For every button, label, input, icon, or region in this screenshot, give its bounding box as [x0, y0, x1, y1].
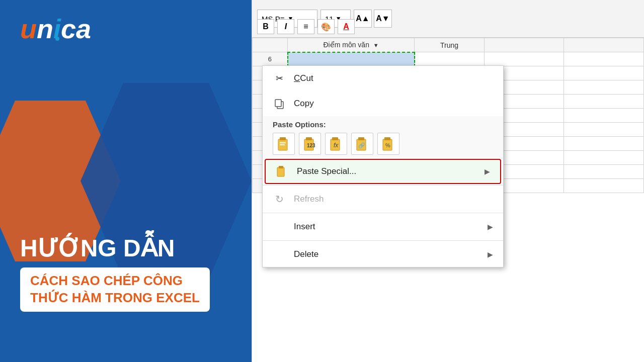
col-filter-arrow[interactable]: ▼	[373, 42, 379, 48]
paste-special-menu-item[interactable]: Paste Special... ▶	[265, 159, 501, 184]
excel-area: MS P≡ ▼ 11 ▼ A▲ A▼ B I ≡ 🎨 A	[252, 0, 644, 362]
excel-toolbar: MS P≡ ▼ 11 ▼ A▲ A▼ B I ≡ 🎨 A	[252, 0, 644, 38]
paste-special-label: Paste Special...	[297, 166, 356, 176]
paste-btn-normal[interactable]	[273, 133, 295, 155]
paste-icons-row: 123 fx 🔗	[273, 133, 493, 155]
title-sub-line1: CÁCH SAO CHÉP CÔNG	[30, 273, 200, 290]
cell-extra2[interactable]	[564, 109, 644, 123]
col-diem-mon-van-header[interactable]: Điểm môn văn ▼	[288, 38, 415, 52]
col-trung-header[interactable]: Trung	[415, 38, 485, 52]
svg-rect-19	[279, 166, 283, 168]
logo-i: i	[53, 14, 61, 44]
refresh-menu-item[interactable]: ↻ Refresh	[263, 187, 503, 212]
cut-icon: ✂	[273, 72, 286, 85]
paste-btn-percent[interactable]: %	[377, 133, 399, 155]
paste-btn-values[interactable]: 123	[299, 133, 321, 155]
logo-text: unica	[20, 15, 91, 42]
cell-extra2[interactable]	[564, 179, 644, 193]
insert-icon	[273, 220, 286, 233]
logo-u: u	[20, 14, 37, 44]
svg-rect-3	[280, 137, 286, 140]
fill-color-button[interactable]: 🎨	[317, 19, 335, 34]
paste-btn-formula[interactable]: fx	[325, 133, 347, 155]
col-extra2[interactable]	[564, 38, 644, 52]
svg-rect-16	[384, 137, 390, 140]
bold-button[interactable]: B	[257, 19, 274, 34]
row-num: 6	[253, 52, 288, 66]
cell-extra2[interactable]	[564, 95, 644, 109]
svg-text:123: 123	[307, 143, 315, 148]
logo-a: a	[76, 14, 91, 44]
cell-extra2[interactable]	[564, 137, 644, 151]
logo-n: n	[37, 14, 53, 44]
title-sub-box: CÁCH SAO CHÉP CÔNG THỨC HÀM TRONG EXCEL	[20, 267, 210, 312]
insert-arrow: ▶	[488, 223, 493, 231]
cell-extra2[interactable]	[564, 165, 644, 179]
svg-rect-18	[277, 167, 284, 176]
menu-separator-2	[263, 213, 503, 213]
cell-extra2[interactable]	[564, 52, 644, 66]
insert-label: Insert	[294, 222, 315, 232]
svg-rect-7	[306, 137, 312, 140]
copy-menu-item[interactable]: Copy	[263, 91, 503, 116]
paste-options-label: Paste Options:	[273, 120, 493, 129]
font-shrink-button[interactable]: A▼	[374, 10, 392, 28]
logo: unica	[20, 15, 91, 42]
cell-extra1[interactable]	[484, 52, 564, 66]
paste-special-arrow: ▶	[485, 167, 490, 175]
paste-options-section: Paste Options:	[263, 116, 503, 159]
font-color-button[interactable]: A	[338, 19, 355, 34]
copy-label: Copy	[294, 99, 314, 109]
italic-button[interactable]: I	[277, 19, 294, 34]
svg-text:🔗: 🔗	[358, 142, 365, 149]
cut-menu-item[interactable]: ✂ CCut	[263, 66, 503, 91]
row-number-header	[253, 38, 288, 52]
menu-separator-3	[263, 240, 503, 241]
cell-trung[interactable]	[415, 52, 485, 66]
paste-btn-link[interactable]: 🔗	[351, 133, 373, 155]
svg-rect-4	[280, 142, 286, 143]
cut-label: CCut	[294, 73, 313, 83]
svg-text:%: %	[385, 142, 390, 148]
delete-menu-item[interactable]: Delete ▶	[263, 242, 503, 267]
delete-label: Delete	[294, 249, 318, 259]
refresh-icon: ↻	[273, 193, 286, 206]
col-diem-label: Điểm môn văn	[323, 41, 369, 49]
menu-separator-1	[263, 185, 503, 186]
delete-icon	[273, 248, 286, 261]
font-grow-button[interactable]: A▲	[354, 10, 372, 28]
table-row: 6	[253, 52, 644, 66]
svg-text:fx: fx	[334, 142, 339, 149]
col-extra1[interactable]	[484, 38, 564, 52]
excel-sheet: MS P≡ ▼ 11 ▼ A▲ A▼ B I ≡ 🎨 A	[252, 0, 644, 362]
delete-arrow: ▶	[488, 250, 493, 258]
paste-special-icon	[276, 165, 289, 178]
svg-rect-5	[280, 144, 285, 145]
title-main: HƯỚNG DẪN	[20, 235, 210, 262]
refresh-label: Refresh	[294, 194, 324, 204]
align-button[interactable]: ≡	[297, 19, 314, 34]
title-sub-line2: THỨC HÀM TRONG EXCEL	[30, 290, 200, 307]
title-area: HƯỚNG DẪN CÁCH SAO CHÉP CÔNG THỨC HÀM TR…	[20, 235, 210, 312]
logo-c: c	[61, 14, 76, 44]
svg-rect-13	[358, 137, 364, 140]
context-menu: ✂ CCut Copy Paste Options:	[262, 65, 504, 267]
cell-extra2[interactable]	[564, 66, 644, 80]
insert-menu-item[interactable]: Insert ▶	[263, 214, 503, 239]
cell-extra2[interactable]	[564, 151, 644, 165]
copy-icon	[273, 97, 286, 110]
cell-extra2[interactable]	[564, 123, 644, 137]
cell-diem[interactable]	[288, 52, 415, 66]
cell-extra2[interactable]	[564, 80, 644, 95]
col-trung-label: Trung	[440, 41, 458, 49]
svg-rect-10	[332, 137, 338, 140]
svg-rect-1	[275, 100, 281, 107]
